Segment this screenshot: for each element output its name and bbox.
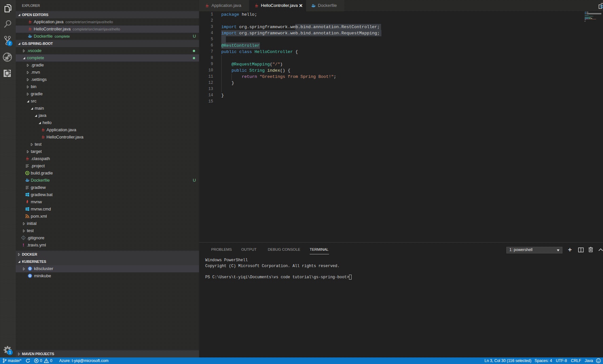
svg-text:!: !: [23, 243, 24, 247]
